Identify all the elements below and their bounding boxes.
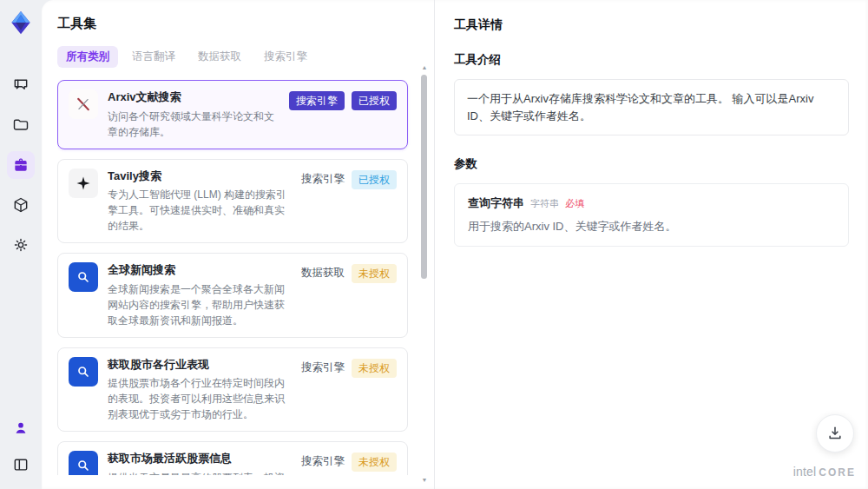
folder-icon[interactable]: [7, 111, 35, 139]
tool-card-arxiv[interactable]: Arxiv文献搜索 访问各个研究领域大量科学论文和文章的存储库。 搜索引擎 已授…: [57, 80, 408, 149]
stock-search-logo-icon: [69, 357, 98, 387]
intro-text-box: 一个用于从Arxiv存储库搜索科学论文和文章的工具。 输入可以是Arxiv ID…: [454, 79, 849, 135]
tavily-star-icon: [69, 169, 98, 198]
params-heading: 参数: [454, 156, 849, 172]
auth-status-badge: 已授权: [352, 91, 397, 110]
category-tabs: 所有类别 语言翻译 数据获取 搜索引擎: [57, 46, 434, 68]
param-required-flag: 必填: [565, 197, 584, 210]
category-label: 搜索引擎: [301, 453, 345, 471]
left-rail: [0, 0, 42, 489]
detail-title: 工具详情: [454, 17, 849, 33]
category-label: 数据获取: [301, 264, 345, 282]
auth-status-badge: 未授权: [352, 264, 397, 283]
app-logo-icon: [5, 7, 36, 38]
tool-card-most-active-stocks[interactable]: 获取市场最活跃股票信息 提供当天交易量最高的股票列表。投资者可以利用这些信息来识…: [57, 441, 408, 475]
tool-desc: 访问各个研究领域大量科学论文和文章的存储库。: [108, 109, 279, 140]
tool-desc: 提供股票市场各个行业在特定时间段内的表现。投资者可以利用这些信息来识别表现优于或…: [108, 375, 292, 422]
arxiv-logo-icon: [69, 89, 98, 119]
tool-detail-panel: 工具详情 工具介绍 一个用于从Arxiv存储库搜索科学论文和文章的工具。 输入可…: [434, 0, 868, 489]
cube-icon[interactable]: [7, 191, 35, 219]
scroll-up-icon[interactable]: ▲: [421, 64, 428, 71]
tool-card-tavily[interactable]: Tavily搜索 专为人工智能代理 (LLM) 构建的搜索引擎工具。可快速提供实…: [57, 159, 408, 244]
list-scrollbar[interactable]: ▲ ▼: [421, 64, 428, 484]
tool-desc: 提供当天交易量最高的股票列表。投资者可以利用这些信息来识别流动性强的股票和潜在的…: [108, 470, 292, 475]
main-area: 工具集 所有类别 语言翻译 数据获取 搜索引擎 Arxiv文献搜索 访问各个研究…: [42, 0, 868, 489]
tab-search-engine[interactable]: 搜索引擎: [255, 46, 316, 68]
user-icon[interactable]: [7, 414, 35, 442]
tool-desc: 全球新闻搜索是一个聚合全球各大新闻网站内容的搜索引擎，帮助用户快速获取全球最新资…: [108, 281, 292, 328]
category-badge: 搜索引擎: [289, 91, 345, 110]
tool-name: Tavily搜索: [108, 169, 292, 184]
tool-list-panel: 工具集 所有类别 语言翻译 数据获取 搜索引擎 Arxiv文献搜索 访问各个研究…: [42, 0, 434, 489]
briefcase-icon[interactable]: [7, 151, 35, 179]
intel-core-logo: intel CORE: [793, 465, 856, 479]
tool-name: 全球新闻搜索: [108, 262, 292, 278]
tool-name: Arxiv文献搜索: [108, 89, 279, 105]
rail-bottom: [7, 414, 35, 479]
param-card: 查询字符串 字符串 必填 用于搜索的Arxiv ID、关键字或作者姓名。: [454, 183, 849, 247]
tool-name: 获取市场最活跃股票信息: [108, 451, 292, 466]
scroll-down-icon[interactable]: ▼: [421, 477, 428, 484]
tool-card-list: Arxiv文献搜索 访问各个研究领域大量科学论文和文章的存储库。 搜索引擎 已授…: [57, 80, 434, 475]
download-button[interactable]: [816, 414, 854, 453]
category-label: 搜索引擎: [301, 170, 345, 188]
tool-card-global-news[interactable]: 全球新闻搜索 全球新闻搜索是一个聚合全球各大新闻网站内容的搜索引擎，帮助用户快速…: [57, 253, 408, 338]
tool-name: 获取股市各行业表现: [108, 357, 292, 373]
tool-desc: 专为人工智能代理 (LLM) 构建的搜索引擎工具。可快速提供实时、准确和真实的结…: [108, 187, 292, 234]
tab-all-categories[interactable]: 所有类别: [57, 46, 118, 68]
news-search-logo-icon: [69, 262, 98, 292]
gear-icon[interactable]: [7, 231, 35, 259]
auth-status-badge: 未授权: [352, 453, 397, 472]
intro-heading: 工具介绍: [454, 52, 849, 68]
page-title: 工具集: [57, 16, 434, 32]
rail-nav: [7, 71, 35, 259]
tab-data-fetch[interactable]: 数据获取: [189, 46, 250, 68]
stock-search-logo-icon: [69, 451, 98, 475]
category-label: 搜索引擎: [301, 359, 345, 377]
tab-language-translation[interactable]: 语言翻译: [123, 46, 184, 68]
param-name: 查询字符串: [468, 195, 524, 211]
auth-status-badge: 未授权: [352, 359, 397, 378]
download-icon: [826, 425, 844, 442]
param-type: 字符串: [530, 197, 559, 210]
scrollbar-thumb[interactable]: [421, 75, 427, 279]
chat-icon[interactable]: [7, 71, 35, 99]
param-desc: 用于搜索的Arxiv ID、关键字或作者姓名。: [468, 219, 835, 235]
tool-card-sector-performance[interactable]: 获取股市各行业表现 提供股票市场各个行业在特定时间段内的表现。投资者可以利用这些…: [57, 347, 408, 433]
auth-status-badge: 已授权: [352, 170, 397, 189]
panel-toggle-icon[interactable]: [7, 451, 35, 479]
